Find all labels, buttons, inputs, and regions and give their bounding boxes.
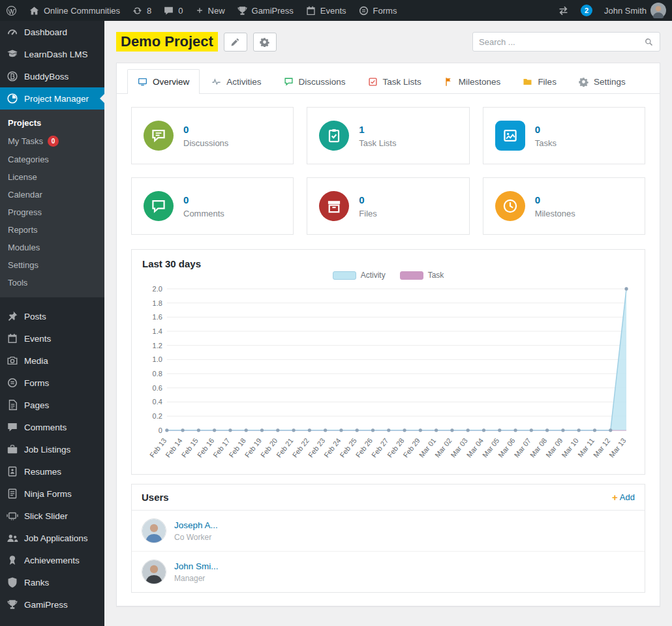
sidebar-item-events[interactable]: Events [0, 327, 104, 350]
task-lists-stat-icon [319, 121, 349, 151]
tab-files[interactable]: Files [512, 69, 567, 94]
admin-bar-right: 2 John Smith [552, 0, 672, 21]
sidebar-item-resumes[interactable]: Resumes [0, 460, 104, 483]
milestones-icon [444, 77, 453, 87]
sync-icon [558, 5, 569, 16]
stat-label: Comments [183, 209, 224, 218]
stat-label: Task Lists [359, 138, 396, 148]
subitem-label: Tools [8, 278, 27, 288]
tab-label: Task Lists [383, 77, 421, 87]
ninja-forms-icon [7, 488, 18, 499]
stat-info: 0Milestones [535, 194, 575, 218]
plus-icon [195, 6, 204, 15]
sidebar-item-posts[interactable]: Posts [0, 305, 104, 327]
sidebar-item-job-listings[interactable]: Job Listings [0, 438, 104, 460]
new-content-menu[interactable]: New [189, 0, 231, 21]
sidebar-subitem-my-tasks[interactable]: My Tasks0 [0, 132, 104, 151]
admin-bar: Online Communities 8 0 New GamiPress Eve… [0, 0, 672, 21]
gamipress-menu[interactable]: GamiPress [231, 0, 299, 21]
tabs: OverviewActivitiesDiscussionsTask ListsM… [117, 63, 660, 94]
notifications-menu[interactable]: 2 [575, 0, 598, 21]
sidebar-item-ranks[interactable]: Ranks [0, 571, 104, 593]
sidebar-subitem-calendar[interactable]: Calendar [0, 186, 104, 203]
tab-overview[interactable]: Overview [127, 69, 200, 94]
sidebar-subitem-tools[interactable]: Tools [0, 274, 104, 291]
legend-item-activity: Activity [333, 271, 386, 280]
sidebar-item-achievements[interactable]: Achievements [0, 549, 104, 571]
stat-info: 0Tasks [535, 124, 557, 148]
my-tasks-count-badge: 0 [48, 136, 59, 147]
project-settings-button[interactable] [253, 33, 277, 52]
sidebar-subitem-categories[interactable]: Categories [0, 151, 104, 168]
sidebar-item-slick-slider[interactable]: Slick Slider [0, 505, 104, 527]
sidebar-subitem-reports[interactable]: Reports [0, 221, 104, 239]
site-name: Online Communities [44, 6, 120, 16]
tab-label: Milestones [459, 77, 501, 87]
stat-info: 0Discussions [183, 124, 228, 148]
sidebar-item-dashboard[interactable]: Dashboard [0, 21, 104, 43]
user-name-link[interactable]: Joseph A... [174, 520, 218, 530]
settings-icon [579, 77, 588, 87]
sidebar-item-forms[interactable]: Forms [0, 372, 104, 394]
legend-label: Task [428, 271, 444, 280]
subitem-label: Progress [8, 207, 42, 217]
subitem-label: Calendar [8, 190, 42, 200]
add-user-button[interactable]: + Add [612, 492, 635, 503]
comments-icon [7, 421, 18, 433]
search-icon[interactable] [644, 37, 654, 47]
sidebar-item-label: Pages [24, 400, 49, 410]
sidebar-item-label: Project Manager [24, 94, 89, 104]
sidebar-subitem-settings[interactable]: Settings [0, 256, 104, 274]
user-role: Co Worker [174, 533, 218, 542]
tab-milestones[interactable]: Milestones [433, 69, 512, 94]
stat-card-tasks: 0Tasks [483, 107, 645, 164]
site-name-menu[interactable]: Online Communities [23, 0, 126, 21]
stat-card-comments: 0Comments [131, 177, 294, 235]
tab-discussions[interactable]: Discussions [273, 69, 356, 94]
my-account-menu[interactable]: John Smith [598, 0, 672, 21]
forms-menu[interactable]: Forms [352, 0, 403, 21]
svg-text:1.0: 1.0 [153, 355, 162, 363]
achievements-icon [7, 554, 18, 566]
legend-swatch [400, 271, 423, 280]
sidebar-subitem-progress[interactable]: Progress [0, 203, 104, 221]
sidebar-subitem-projects[interactable]: Projects [0, 114, 104, 132]
wordpress-icon [6, 5, 17, 16]
sidebar-item-job-applications[interactable]: Job Applications [0, 527, 104, 549]
sync-menu[interactable] [552, 0, 575, 21]
sidebar-item-comments[interactable]: Comments [0, 416, 104, 438]
sidebar-item-label: Forms [24, 378, 49, 388]
subitem-label: Modules [8, 243, 40, 252]
tab-task-lists[interactable]: Task Lists [358, 69, 432, 94]
search-input[interactable] [479, 37, 640, 47]
sidebar-item-project-manager[interactable]: Project Manager [0, 87, 104, 110]
sidebar-item-media[interactable]: Media [0, 350, 104, 372]
sidebar-item-ninja-forms[interactable]: Ninja Forms [0, 483, 104, 505]
updates-menu[interactable]: 8 [126, 0, 157, 21]
wp-logo-menu[interactable] [0, 0, 23, 21]
sidebar-item-learndash-lms[interactable]: LearnDash LMS [0, 43, 104, 65]
files-icon [523, 77, 532, 87]
legend-item-task: Task [400, 271, 444, 280]
svg-text:Mar 10: Mar 10 [560, 437, 579, 459]
sidebar-item-pages[interactable]: Pages [0, 394, 104, 416]
comments-menu[interactable]: 0 [157, 0, 189, 21]
events-menu[interactable]: Events [299, 0, 352, 21]
sidebar-item-buddyboss[interactable]: BuddyBoss [0, 65, 104, 87]
job-applications-icon [7, 532, 18, 544]
user-row[interactable]: Joseph A...Co Worker [132, 511, 645, 551]
sidebar-item-gamipress[interactable]: GamiPress [0, 593, 104, 616]
page-header: Demo Project [116, 30, 660, 53]
pages-icon [7, 399, 18, 411]
sidebar-subitem-modules[interactable]: Modules [0, 239, 104, 256]
stat-count: 0 [535, 194, 575, 205]
sidebar-subitem-license[interactable]: License [0, 168, 104, 186]
stat-count: 0 [183, 194, 224, 205]
stat-count: 0 [535, 124, 557, 135]
tab-activities[interactable]: Activities [201, 69, 271, 94]
user-row[interactable]: John Smi...Manager [132, 551, 645, 592]
user-name-link[interactable]: John Smi... [174, 561, 219, 571]
tab-settings[interactable]: Settings [568, 69, 636, 94]
edit-project-button[interactable] [224, 33, 247, 52]
chart-legend: ActivityTask [142, 271, 634, 280]
